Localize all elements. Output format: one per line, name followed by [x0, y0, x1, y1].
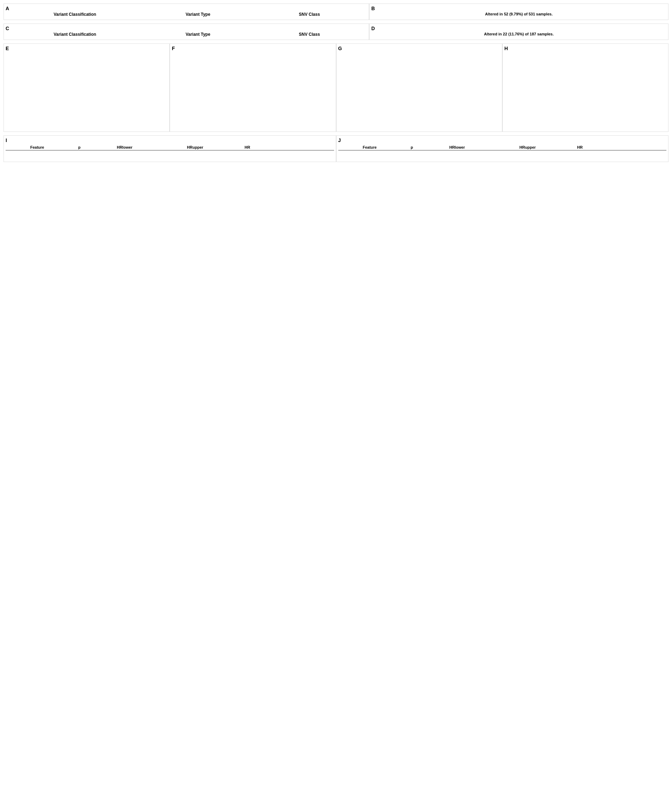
snv-value: 4494 — [359, 155, 366, 160]
onco-gene-row: ATP7A1% — [371, 150, 666, 154]
svg-point-70 — [74, 268, 75, 269]
legend-color — [462, 112, 466, 115]
snv-label: C>T — [252, 38, 266, 42]
onco-block — [403, 170, 409, 174]
onco-gene-name: MTF1 — [371, 38, 397, 42]
x-tick: 12,000 — [187, 43, 197, 46]
forest-cell-1: 0.181 — [424, 391, 465, 401]
onco-gene-name: LIPT1 — [371, 209, 397, 213]
onco-gene-name: GCSH — [371, 53, 397, 56]
svg-point-384 — [443, 268, 444, 270]
forest-mini-plot — [598, 364, 661, 370]
onco-block — [403, 38, 409, 42]
onco-block — [431, 155, 436, 159]
bar-row: SNP — [146, 18, 250, 24]
svg-point-29 — [72, 293, 73, 294]
onco-gene-name: ATP7B — [371, 155, 397, 159]
svg-text:**: ** — [91, 262, 94, 267]
forest-cell-1: <0.001 — [424, 372, 465, 382]
svg-text:0.75: 0.75 — [525, 267, 532, 270]
legend-color — [498, 112, 503, 115]
onco-block — [425, 23, 431, 27]
bar-fill — [60, 180, 61, 185]
forest-cell-1: 0.225 — [424, 363, 465, 372]
snv-value: 6844 — [359, 31, 366, 36]
snv-label: C>G — [252, 162, 266, 166]
svg-text:Dead: Dead — [442, 311, 451, 315]
bar-bg — [60, 180, 144, 185]
risk-value: 349 — [187, 330, 230, 334]
svg-point-405 — [445, 269, 446, 270]
onco-block — [409, 175, 414, 179]
onco-block — [403, 189, 409, 193]
onco-bars — [397, 209, 656, 213]
x-tick: 6,000 — [102, 192, 110, 196]
onco-block — [425, 155, 431, 159]
onco-bars — [397, 155, 656, 159]
bar-row: DEL — [146, 37, 250, 42]
legend-item: Multi_Hit — [530, 112, 547, 115]
panel-i: I Feature p HRlower HRupper HR Age0.0081… — [3, 348, 336, 431]
forest-cell-2: 1.98 — [465, 372, 515, 382]
svg-text:0.50: 0.50 — [525, 280, 532, 284]
bar-label: SNP — [146, 136, 161, 140]
forest-cell-3: 3.39 — [515, 391, 568, 401]
legend-b: Frame_Shift_DelSplice_SiteMissense_Mutat… — [371, 112, 666, 115]
onco-bars — [397, 62, 656, 66]
snv-fill — [266, 161, 279, 166]
onco-gene-name: ATP7A — [371, 150, 397, 154]
bar-row: Nonsense_Mutation — [6, 37, 144, 42]
onco-block — [425, 150, 431, 154]
svg-point-356 — [448, 291, 449, 292]
onco-gene-name: LIPT2 — [371, 214, 397, 218]
snv-label: C>A — [252, 168, 266, 172]
onco-bars — [397, 52, 656, 56]
svg-text:0: 0 — [367, 282, 369, 286]
forest-cell-1: 0.002 — [424, 382, 465, 391]
bar-row: Frame_Shift_Ins — [6, 142, 144, 147]
oncoprint-b: ATP7B2%NFE2L22%ATP7A1%GLS1%MTF11%DBT1%DL… — [371, 18, 666, 110]
svg-point-94 — [69, 269, 70, 270]
svg-point-42 — [68, 291, 69, 292]
onco-bars — [397, 165, 656, 169]
svg-point-350 — [449, 291, 450, 292]
snv-bg: 3397 — [266, 167, 367, 172]
onco-block — [425, 184, 431, 188]
onco-bars — [397, 170, 656, 174]
bar-fill — [161, 18, 244, 23]
svg-point-263 — [406, 291, 407, 292]
forest-mini-plot — [598, 383, 661, 389]
snv-chart-a: SNV Class T>G2980T>A5068T>C6844C>T12557C… — [252, 12, 367, 78]
risk-tick: 50 — [558, 339, 562, 342]
snv-tick: 0.00 — [266, 173, 272, 177]
onco-bars — [397, 106, 656, 110]
bar-label: Translation_Start_Site — [6, 187, 60, 191]
svg-point-297 — [400, 268, 401, 270]
onco-bars — [397, 204, 656, 208]
onco-block — [436, 189, 442, 193]
bar-label: Frame_Shift_Del — [6, 32, 60, 35]
onco-block — [397, 140, 403, 144]
snv-bars-a: T>G2980T>A5068T>C6844C>T12557C>G4409C>A1… — [252, 18, 367, 59]
snv-tick: 1.00 — [361, 56, 367, 59]
onco-block — [409, 135, 414, 139]
x-tick: 4,000 — [189, 154, 197, 158]
svg-rect-472 — [311, 404, 314, 406]
forest-body-j: Age0.2250.812.451.41 Pathologic M<0.0011… — [338, 363, 667, 420]
forest-cell-1: 0.423 — [424, 410, 465, 420]
svg-point-300 — [405, 268, 406, 270]
legend-label: Nonsense_Mutation — [502, 229, 530, 233]
bar-bg — [60, 24, 144, 29]
onco-pct: 0% — [656, 224, 666, 228]
col-hrl-j: HRlower — [465, 357, 515, 363]
onco-block — [436, 135, 442, 139]
onco-gene-row: FDX10% — [371, 199, 666, 203]
svg-text:0.25: 0.25 — [525, 294, 532, 297]
forest-cell-1: 0.001 — [91, 410, 132, 420]
svg-point-318 — [402, 269, 403, 270]
onco-block — [431, 189, 436, 193]
onco-block — [403, 140, 409, 144]
svg-rect-502 — [610, 404, 612, 406]
onco-block — [397, 28, 403, 32]
bar-bg — [60, 186, 144, 191]
